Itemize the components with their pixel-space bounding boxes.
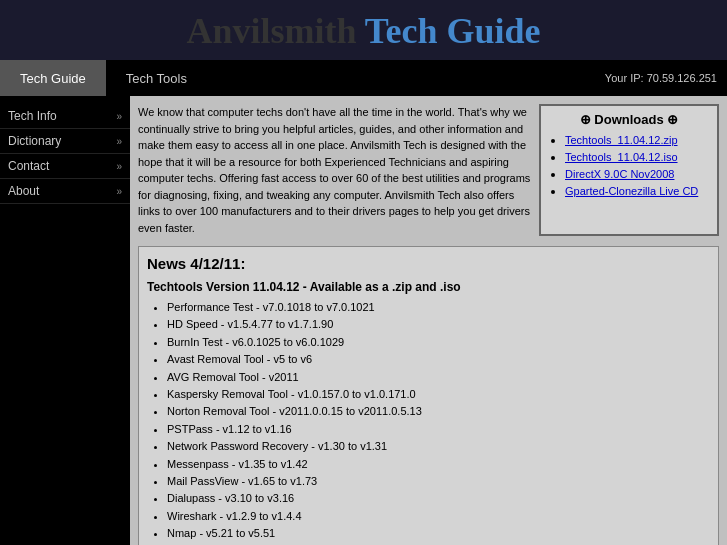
download-link[interactable]: DirectX 9.0C Nov2008	[565, 168, 674, 180]
sidebar: Tech Info » Dictionary » Contact » About…	[0, 96, 130, 545]
news-title: News 4/12/11:	[147, 255, 710, 272]
list-item: Norton Removal Tool - v2011.0.0.15 to v2…	[167, 404, 710, 419]
list-item: Gparted-Clonezilla Live CD	[565, 184, 711, 198]
list-item: PSTPass - v1.12 to v1.16	[167, 422, 710, 437]
downloads-list: Techtools_11.04.12.zip Techtools_11.04.1…	[547, 133, 711, 198]
arrow-icon: »	[116, 136, 122, 147]
download-link[interactable]: Techtools_11.04.12.zip	[565, 134, 678, 146]
ip-display: Your IP: 70.59.126.251	[605, 72, 727, 84]
nav-tech-guide[interactable]: Tech Guide	[0, 60, 106, 96]
intro-section: We know that computer techs don't have a…	[138, 104, 719, 236]
list-item: Mail PassView - v1.65 to v1.73	[167, 474, 710, 489]
title-part2: Tech Guide	[365, 11, 541, 51]
arrow-icon: »	[116, 161, 122, 172]
main-layout: Tech Info » Dictionary » Contact » About…	[0, 96, 727, 545]
list-item: Messenpass - v1.35 to v1.42	[167, 457, 710, 472]
sidebar-item-about[interactable]: About »	[0, 179, 130, 204]
list-item: Dialupass - v3.10 to v3.16	[167, 491, 710, 506]
sidebar-item-dictionary[interactable]: Dictionary »	[0, 129, 130, 154]
list-item: Techtools_11.04.12.zip	[565, 133, 711, 147]
sidebar-item-tech-info[interactable]: Tech Info »	[0, 104, 130, 129]
list-item: Kaspersky Removal Tool - v1.0.157.0 to v…	[167, 387, 710, 402]
list-item: Nmap - v5.21 to v5.51	[167, 526, 710, 541]
list-item: AVG Removal Tool - v2011	[167, 370, 710, 385]
arrow-icon: »	[116, 186, 122, 197]
title-part1: Anvilsmith	[186, 11, 356, 51]
header: Anvilsmith Tech Guide	[0, 0, 727, 60]
list-item: Wireshark - v1.2.9 to v1.4.4	[167, 509, 710, 524]
list-item: Network Password Recovery - v1.30 to v1.…	[167, 439, 710, 454]
intro-text: We know that computer techs don't have a…	[138, 104, 531, 236]
download-link[interactable]: Techtools_11.04.12.iso	[565, 151, 678, 163]
site-title: Anvilsmith Tech Guide	[0, 10, 727, 52]
sidebar-item-contact[interactable]: Contact »	[0, 154, 130, 179]
navbar: Tech Guide Tech Tools Your IP: 70.59.126…	[0, 60, 727, 96]
news-subtitle: Techtools Version 11.04.12 - Available a…	[147, 280, 710, 294]
download-link[interactable]: Gparted-Clonezilla Live CD	[565, 185, 698, 197]
list-item: Techtools_11.04.12.iso	[565, 150, 711, 164]
list-item: Avast Removal Tool - v5 to v6	[167, 352, 710, 367]
news-section: News 4/12/11: Techtools Version 11.04.12…	[138, 246, 719, 545]
list-item: BurnIn Test - v6.0.1025 to v6.0.1029	[167, 335, 710, 350]
content-area: We know that computer techs don't have a…	[130, 96, 727, 545]
downloads-box: ⊕ Downloads ⊕ Techtools_11.04.12.zip Tec…	[539, 104, 719, 236]
downloads-title: ⊕ Downloads ⊕	[547, 112, 711, 127]
list-item: HD Speed - v1.5.4.77 to v1.7.1.90	[167, 317, 710, 332]
nav-tech-tools[interactable]: Tech Tools	[106, 60, 207, 96]
list-item: Performance Test - v7.0.1018 to v7.0.102…	[167, 300, 710, 315]
arrow-icon: »	[116, 111, 122, 122]
list-item: DirectX 9.0C Nov2008	[565, 167, 711, 181]
news-list: Performance Test - v7.0.1018 to v7.0.102…	[147, 300, 710, 545]
